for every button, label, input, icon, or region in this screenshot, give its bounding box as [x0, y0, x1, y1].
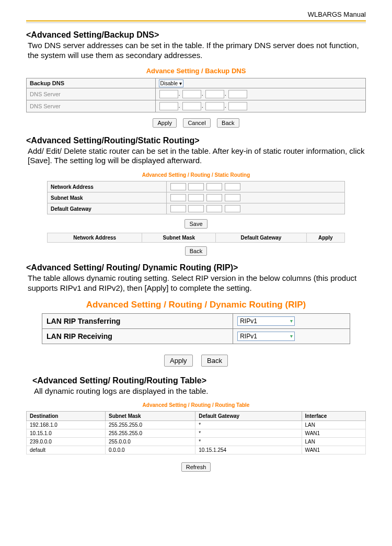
ip-octet[interactable]	[170, 205, 186, 212]
network-address-label: Network Address	[48, 181, 167, 192]
back-button[interactable]: Back	[185, 246, 207, 256]
ip-octet[interactable]	[182, 102, 201, 110]
s3-heading: <Advanced Setting/ Routing/ Dynamic Rout…	[26, 263, 366, 272]
save-button[interactable]: Save	[185, 219, 207, 229]
ip-octet[interactable]	[206, 205, 222, 212]
table-row: default 0.0.0.0 10.15.1.254 WAN1	[27, 446, 366, 454]
backup-dns-select-cell: Disable ▾	[155, 78, 365, 88]
s4-body: All dynamic routing logs are displayed i…	[34, 386, 366, 396]
rt-head-interface: Interface	[302, 412, 365, 421]
s4-screenshot-title: Advanced Setting / Routing / Routing Tab…	[26, 402, 366, 408]
dns-server-1-label: DNS Server	[27, 88, 156, 100]
ip-octet[interactable]	[159, 90, 178, 98]
s4-heading: <Advanced Setting/ Routing/Routing Table…	[32, 376, 366, 385]
static-routing-table: Network Address Subnet Mask Defa	[47, 181, 345, 214]
refresh-button[interactable]: Refresh	[181, 462, 211, 472]
rt-head-gateway: Default Gateway	[195, 412, 302, 421]
s1-screenshot-title: Advance Setting / Backup DNS	[26, 67, 366, 75]
rt-head-subnet: Subnet Mask	[106, 412, 195, 421]
col-apply: Apply	[306, 233, 344, 243]
ip-octet[interactable]	[228, 90, 247, 98]
static-routing-log-table: Network Address Subnet Mask Default Gate…	[47, 233, 345, 243]
dns-server-2-label: DNS Server	[27, 100, 156, 112]
ip-octet[interactable]	[225, 194, 240, 201]
ip-octet[interactable]	[225, 183, 240, 190]
table-row: 239.0.0.0 255.0.0.0 * LAN	[27, 438, 366, 446]
ip-octet[interactable]	[170, 183, 186, 190]
s1-body: Two DNS server addresses can be set in t…	[28, 41, 366, 61]
rip-transferring-select[interactable]: RIPv1	[237, 316, 295, 326]
apply-button[interactable]: Apply	[153, 118, 177, 128]
cancel-button[interactable]: Cancel	[183, 118, 210, 128]
table-row: 10.15.1.0 255.255.255.0 * WAN1	[27, 429, 366, 438]
rip-receiving-select[interactable]: RIPv1	[237, 332, 295, 341]
col-default-gateway: Default Gateway	[216, 233, 306, 243]
dns-server-1-cell: . . .	[155, 88, 365, 100]
ip-octet[interactable]	[228, 102, 247, 110]
subnet-mask-label: Subnet Mask	[48, 192, 167, 203]
ip-octet[interactable]	[188, 183, 204, 190]
default-gateway-label: Default Gateway	[48, 203, 167, 214]
routing-table: Destination Subnet Mask Default Gateway …	[26, 411, 366, 454]
top-rule	[26, 20, 366, 23]
ip-octet[interactable]	[170, 194, 186, 201]
s3-screenshot-title: Advanced Setting / Routing / Dynamic Rou…	[26, 300, 366, 310]
ip-octet[interactable]	[205, 102, 224, 110]
ip-octet[interactable]	[182, 90, 201, 98]
s3-body: The table allows dynamic routing setting…	[28, 274, 366, 293]
lan-rip-receiving-label: LAN RIP Receiving	[42, 328, 233, 344]
ip-octet[interactable]	[206, 194, 222, 201]
apply-button[interactable]: Apply	[164, 355, 193, 367]
ip-octet[interactable]	[205, 90, 224, 98]
ip-octet[interactable]	[188, 194, 204, 201]
backup-dns-table: Backup DNS Disable ▾ DNS Server . . . DN…	[26, 78, 366, 112]
s1-heading: <Advanced Setting/Backup DNS>	[26, 30, 366, 40]
table-row: 192.168.1.0 255.255.255.0 * LAN	[27, 421, 366, 429]
col-subnet-mask: Subnet Mask	[142, 233, 216, 243]
s2-body: Add/ Edit/ Delete static router can be s…	[28, 146, 366, 166]
dns-server-2-cell: . . .	[155, 100, 365, 112]
s2-screenshot-title: Advanced Setting / Routing / Static Rout…	[26, 172, 366, 178]
dynamic-routing-table: LAN RIP Transferring RIPv1 LAN RIP Recei…	[42, 313, 350, 344]
lan-rip-transferring-label: LAN RIP Transferring	[42, 313, 233, 328]
ip-octet[interactable]	[225, 205, 240, 212]
backup-dns-select[interactable]: Disable ▾	[159, 79, 183, 87]
rt-head-destination: Destination	[27, 412, 106, 421]
ip-octet[interactable]	[159, 102, 178, 110]
back-button[interactable]: Back	[201, 355, 228, 367]
back-button[interactable]: Back	[217, 118, 239, 128]
manual-title: WLBARGS Manual	[26, 10, 366, 20]
backup-dns-label: Backup DNS	[27, 78, 156, 88]
s2-heading: <Advanced Setting/Routing/Static Routing…	[26, 136, 366, 145]
ip-octet[interactable]	[206, 183, 222, 190]
col-network-address: Network Address	[48, 233, 142, 243]
ip-octet[interactable]	[188, 205, 204, 212]
